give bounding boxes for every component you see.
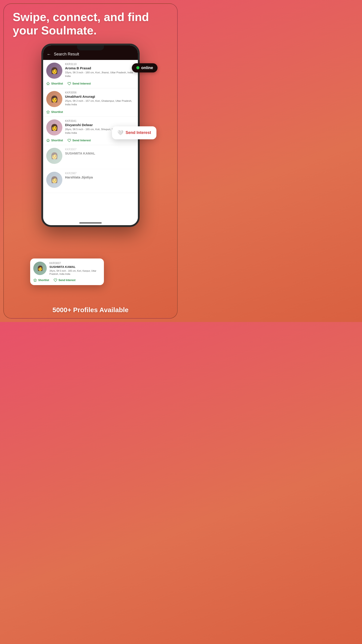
outer-card: Swipe, connect, and find your Soulmate. … <box>3 3 178 319</box>
avatar-4[interactable]: 👩 <box>46 148 62 164</box>
profile-details-2: 25yrs, 5ft 2 inch - 157 cm, Kori, Ghatam… <box>65 99 135 106</box>
shortlist-btn-1[interactable]: Shortlist <box>46 82 63 86</box>
avatar-3[interactable]: 👩 <box>46 120 62 136</box>
profile-name-4: SUSHMITA KAMAL <box>65 152 135 155</box>
profile-info-1: KKR3110 Aroma B Prasad 33yrs, 5ft 3 inch… <box>65 62 135 79</box>
floating-profile-name: SUSHMITA KAMAL <box>49 265 101 268</box>
heart-icon: 🤍 <box>117 130 123 136</box>
profile-name-1: Aroma B Prasad <box>65 66 135 70</box>
floating-profile-info: KKR3007 SUSHMITA KAMAL 34yrs, 5ft 5 inch… <box>49 262 101 276</box>
send-interest-popup[interactable]: 🤍 Send Interest <box>112 126 156 139</box>
profile-id-3: KKR3041 <box>65 120 135 122</box>
profile-info-2: KKR3056 Umabharti Anuragi 25yrs, 5ft 2 i… <box>65 91 135 107</box>
profile-card-1: 👩 KKR3110 Aroma B Prasad 33yrs, 5ft 3 in… <box>43 60 138 88</box>
profile-id-4: KKR3007 <box>65 148 135 151</box>
profile-name-2: Umabharti Anuragi <box>65 94 135 98</box>
floating-profile-top: 👩 KKR3007 SUSHMITA KAMAL 34yrs, 5ft 5 in… <box>33 262 101 276</box>
shortlist-btn-3[interactable]: Shortlist <box>46 139 63 142</box>
floating-avatar[interactable]: 👩 <box>33 262 47 275</box>
interest-label-3: Send Interest <box>72 139 91 142</box>
profiles-list: 👩 KKR3110 Aroma B Prasad 33yrs, 5ft 3 in… <box>43 60 138 221</box>
star-icon-2 <box>46 110 50 114</box>
svg-marker-2 <box>46 139 49 142</box>
phone-notch <box>77 46 104 50</box>
floating-star-icon <box>33 278 37 282</box>
floating-profile-id: KKR3007 <box>49 262 101 265</box>
star-icon-1 <box>46 82 50 86</box>
shortlist-label-2: Shortlist <box>51 110 63 114</box>
home-bar-indicator <box>79 222 102 224</box>
interest-btn-3[interactable]: Send Interest <box>67 139 91 142</box>
interest-btn-1[interactable]: Send Interest <box>67 82 91 86</box>
search-result-title: Search Result <box>54 52 79 56</box>
send-interest-popup-label: Send Interest <box>126 130 151 135</box>
profile-card-5: 👩 KKR2987 Harshlata Jijotiya <box>43 169 138 193</box>
floating-profile-actions: Shortlist Send Interest <box>33 278 101 282</box>
svg-marker-0 <box>46 82 49 85</box>
avatar-2[interactable]: 👩 <box>46 91 62 107</box>
profile-id-5: KKR2987 <box>65 172 135 175</box>
floating-shortlist-label: Shortlist <box>38 278 49 282</box>
profile-id-2: KKR3056 <box>65 91 135 94</box>
tagline-section: Swipe, connect, and find your Soulmate. <box>8 10 173 37</box>
profile-info-4: KKR3007 SUSHMITA KAMAL <box>65 148 135 164</box>
profile-top-4: 👩 KKR3007 SUSHMITA KAMAL <box>46 148 135 164</box>
avatar-1[interactable]: 👩 <box>46 62 62 79</box>
floating-shortlist-btn[interactable]: Shortlist <box>33 278 49 282</box>
floating-profile-details: 34yrs, 5ft 5 inch - 165 cm, Kori, Kanpur… <box>49 269 101 276</box>
bottom-text: 5000+ Profiles Available <box>4 306 177 314</box>
home-bar <box>43 221 138 225</box>
online-label: online <box>141 66 153 70</box>
online-indicator <box>136 66 139 69</box>
profile-actions-2: Shortlist <box>46 109 135 114</box>
shortlist-label-3: Shortlist <box>51 139 63 142</box>
avatar-5[interactable]: 👩 <box>46 172 62 188</box>
shortlist-btn-2[interactable]: Shortlist <box>46 110 63 114</box>
profile-top-2: 👩 KKR3056 Umabharti Anuragi 25yrs, 5ft 2… <box>46 91 135 107</box>
profile-details-1: 33yrs, 5ft 3 inch - 160 cm, Kori, Jhansi… <box>65 71 135 78</box>
star-icon-3 <box>46 139 50 142</box>
profile-info-5: KKR2987 Harshlata Jijotiya <box>65 172 135 188</box>
profile-card-4: 👩 KKR3007 SUSHMITA KAMAL <box>43 145 138 169</box>
profile-card-2: 👩 KKR3056 Umabharti Anuragi 25yrs, 5ft 2… <box>43 88 138 117</box>
profile-id-1: KKR3110 <box>65 62 135 66</box>
online-badge: online <box>132 63 158 72</box>
floating-card: 👩 KKR3007 SUSHMITA KAMAL 34yrs, 5ft 5 in… <box>30 258 104 285</box>
svg-marker-3 <box>33 278 36 282</box>
shortlist-label-1: Shortlist <box>51 82 63 85</box>
phone-section: online 🤍 Send Interest ← Search Result <box>37 44 144 318</box>
floating-interest-label: Send Interest <box>58 278 75 282</box>
back-button[interactable]: ← <box>47 52 51 57</box>
tagline-text: Swipe, connect, and find your Soulmate. <box>13 10 168 37</box>
profile-top-1: 👩 KKR3110 Aroma B Prasad 33yrs, 5ft 3 in… <box>46 62 135 79</box>
interest-label-1: Send Interest <box>72 82 91 85</box>
heart-icon-3 <box>67 139 71 142</box>
profile-top-5: 👩 KKR2987 Harshlata Jijotiya <box>46 172 135 188</box>
profile-actions-1: Shortlist Send Interest <box>46 81 135 86</box>
floating-heart-icon <box>54 278 57 282</box>
heart-icon-1 <box>67 82 71 86</box>
profile-name-5: Harshlata Jijotiya <box>65 175 135 179</box>
floating-interest-btn[interactable]: Send Interest <box>54 278 75 282</box>
svg-marker-1 <box>46 110 49 113</box>
